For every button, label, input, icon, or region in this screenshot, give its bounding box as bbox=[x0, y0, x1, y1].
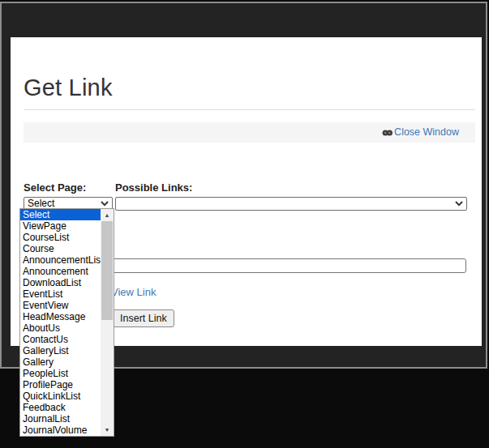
dropdown-option[interactable]: ContactUs bbox=[20, 334, 101, 345]
dropdown-option[interactable]: Feedback bbox=[20, 402, 101, 413]
scrollbar-down-arrow-icon[interactable]: ▼ bbox=[101, 424, 114, 436]
insert-link-button[interactable]: Insert Link bbox=[113, 309, 174, 327]
chevron-down-icon bbox=[101, 201, 109, 207]
toolbar: Close Window bbox=[24, 122, 475, 143]
dropdown-option[interactable]: JournalList bbox=[20, 413, 101, 425]
page-title: Get Link bbox=[24, 75, 113, 101]
dropdown-option[interactable]: EventView bbox=[20, 300, 101, 311]
dropdown-option[interactable]: ProfilePage bbox=[20, 379, 101, 390]
dropdown-option[interactable]: AboutUs bbox=[20, 322, 101, 334]
close-window-icon bbox=[382, 128, 393, 137]
scrollbar-thumb[interactable] bbox=[101, 221, 113, 320]
view-link[interactable]: View Link bbox=[111, 286, 156, 298]
dropdown-option[interactable]: Gallery bbox=[20, 356, 101, 368]
select-page-open-list: SelectViewPageCourseListCourseAnnounceme… bbox=[19, 208, 114, 437]
dropdown-option[interactable]: Announcement bbox=[20, 266, 101, 277]
possible-links-dropdown[interactable] bbox=[115, 197, 467, 211]
dropdown-option[interactable]: PeopleList bbox=[20, 368, 101, 379]
dropdown-option[interactable]: AnnouncementList bbox=[20, 254, 101, 266]
dropdown-option[interactable]: Select bbox=[20, 209, 101, 220]
select-page-label: Select Page: bbox=[24, 181, 86, 194]
chevron-down-icon bbox=[455, 201, 463, 207]
dropdown-scrollbar[interactable]: ▲ ▼ bbox=[101, 209, 114, 436]
dropdown-option[interactable]: HeadMessage bbox=[20, 311, 101, 322]
dropdown-option[interactable]: Course bbox=[20, 243, 101, 254]
dropdown-option[interactable]: EventList bbox=[20, 288, 101, 300]
select-page-value: Select bbox=[28, 198, 54, 209]
dropdown-option[interactable]: QuickLinkList bbox=[20, 390, 101, 402]
scrollbar-up-arrow-icon[interactable]: ▲ bbox=[101, 209, 114, 221]
dropdown-option[interactable]: DownloadList bbox=[20, 277, 101, 288]
dropdown-option[interactable]: ViewPage bbox=[20, 220, 101, 232]
dropdown-option[interactable]: JournalVolume bbox=[20, 425, 101, 436]
dropdown-option[interactable]: CourseList bbox=[20, 232, 101, 243]
possible-links-label: Possible Links: bbox=[115, 181, 192, 194]
dropdown-option[interactable]: GalleryList bbox=[20, 345, 101, 356]
title-divider bbox=[24, 109, 475, 110]
dropdown-options: SelectViewPageCourseListCourseAnnounceme… bbox=[20, 209, 101, 436]
close-window-link[interactable]: Close Window bbox=[382, 122, 459, 143]
close-window-label: Close Window bbox=[394, 126, 459, 138]
